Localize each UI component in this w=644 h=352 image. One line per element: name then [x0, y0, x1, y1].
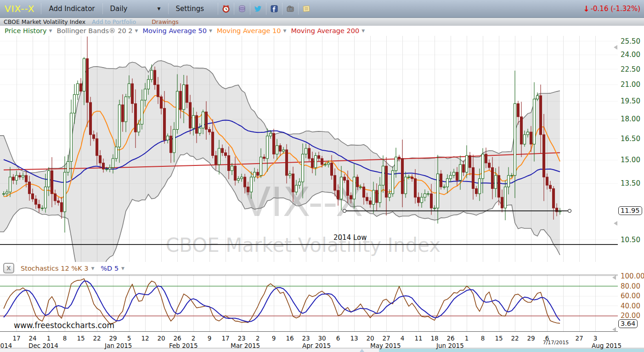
date-tick-label: 16	[286, 335, 294, 342]
indicator-label: Moving Average 10	[217, 27, 281, 34]
main-chart-canvas[interactable]: VIX--XCBOE Market Volatility Index	[0, 36, 618, 262]
chevron-down-icon: ▼	[91, 266, 94, 271]
camera-icon[interactable]	[282, 3, 298, 15]
date-tick-label: 1	[465, 335, 469, 342]
date-tick-label: 15	[77, 335, 85, 342]
indicator-item-3[interactable]: Moving Average 50▼	[142, 27, 212, 34]
indicator-item-4[interactable]: Moving Average 10▼	[217, 27, 287, 34]
chevron-down-icon: ▼	[158, 3, 161, 14]
stochastics-k-label: Stochastics 12 %K 3	[21, 265, 88, 272]
chevron-down-icon: ▼	[362, 28, 365, 33]
indicator-label: Bollinger Bands® 20 2	[57, 27, 133, 34]
watermark-name: CBOE Market Volatility Index	[166, 234, 441, 256]
price-change: ↓ -0.16 (-1.32%)	[583, 4, 640, 13]
date-tick-label: 17	[221, 335, 229, 342]
add-indicator-menu[interactable]: Add Indicator	[41, 3, 102, 14]
facebook-icon[interactable]	[266, 3, 282, 15]
price-axis-label: 19.50	[621, 97, 640, 105]
toolbar: VIX--X Add Indicator Daily ▼ Settings ↓ …	[0, 0, 644, 18]
month-label: Feb 2015	[169, 342, 198, 349]
date-tick-label: 24	[28, 335, 36, 342]
date-tick-label: 29	[527, 335, 535, 342]
notes-icon[interactable]	[298, 3, 314, 15]
stoch-axis-label: 20.00	[621, 312, 640, 320]
chevron-down-icon: ▼	[135, 28, 138, 33]
add-to-portfolio-link[interactable]: Add to Portfolio	[92, 18, 136, 25]
timeframe-dropdown[interactable]: Daily ▼	[102, 3, 168, 14]
indicator-label: Moving Average 200	[291, 27, 359, 34]
stoch-axis-label: 40.00	[621, 302, 640, 310]
price-axis-label: 22.50	[621, 65, 640, 74]
down-arrow-icon: ↓	[583, 4, 589, 13]
axis-arrow-icon[interactable]	[612, 275, 616, 280]
chevron-down-icon: ▼	[209, 28, 212, 33]
scrollbar-marker-icon	[360, 349, 364, 352]
date-tick-label: 26	[446, 335, 454, 342]
date-tick-label: 2	[192, 335, 196, 342]
indicator-bar: Price History▼Bollinger Bands® 20 2▼Movi…	[0, 26, 644, 36]
axis-arrow-icon[interactable]	[614, 221, 617, 226]
stochastics-d-setting[interactable]: %D 5 ▼	[101, 265, 124, 272]
month-label: Aug 2015	[592, 342, 621, 349]
stoch-axis-label: 80.00	[621, 282, 640, 290]
info-bar: CBOE Market Volatility Index Add to Port…	[0, 18, 644, 26]
date-tick-label: 15	[495, 335, 503, 342]
axis-arrow-icon[interactable]	[614, 45, 617, 50]
date-tick-label: 22	[511, 335, 519, 342]
chevron-down-icon: ▼	[49, 28, 52, 33]
indicator-item-1[interactable]: Price History▼	[5, 27, 52, 34]
price-axis-label: 15.00	[621, 156, 640, 164]
month-label: Jan 2015	[105, 342, 132, 349]
indicator-item-2[interactable]: Bollinger Bands® 20 2▼	[57, 27, 138, 34]
indicator-item-5[interactable]: Moving Average 200▼	[291, 27, 365, 34]
scrollbar-thumb[interactable]	[379, 349, 644, 352]
close-icon[interactable]: X	[3, 263, 14, 273]
last-date-label: 7/17/2015	[543, 340, 569, 346]
date-tick-label: 20	[157, 335, 165, 342]
date-tick-label: 4	[401, 335, 405, 342]
price-axis-label: 25.50	[621, 37, 640, 45]
date-tick-label: 17	[12, 335, 20, 342]
date-tick-label: 23	[302, 335, 310, 342]
alarm-icon[interactable]	[218, 3, 234, 15]
stochastics-header: X Stochastics 12 %K 3 ▼ %D 5 ▼	[0, 262, 644, 274]
price-axis-label: 16.50	[621, 135, 640, 143]
settings-menu[interactable]: Settings	[168, 3, 212, 14]
indicator-label: Price History	[5, 27, 47, 34]
date-tick-label: 9	[272, 335, 276, 342]
indicator-label: Moving Average 50	[142, 27, 207, 34]
date-tick-label: 1	[47, 335, 51, 342]
stoch-axis-label: 100.00	[621, 272, 644, 280]
chevron-down-icon: ▼	[121, 266, 124, 271]
timeframe-value: Daily	[110, 3, 128, 14]
month-label: 2014	[0, 342, 12, 349]
date-tick-label: 9	[208, 335, 212, 342]
axis-arrow-icon[interactable]	[612, 327, 616, 332]
date-tick-label: 8	[63, 335, 67, 342]
date-tick-label: 30	[318, 335, 326, 342]
month-label: May 2015	[370, 342, 401, 349]
date-tick-label: 11	[414, 335, 422, 342]
twitter-icon[interactable]	[250, 3, 266, 15]
stoch-value-marker: 3.64	[618, 319, 638, 328]
date-tick-label: 6	[336, 335, 340, 342]
price-axis-label: 21.00	[621, 80, 640, 89]
database-icon[interactable]	[234, 3, 250, 15]
stochastics-k-setting[interactable]: Stochastics 12 %K 3 ▼	[21, 265, 94, 272]
symbol-title[interactable]: VIX--X	[5, 3, 34, 14]
low-annotation-label: 2014 Low	[333, 233, 367, 242]
month-label: Dec 2014	[28, 342, 58, 349]
date-tick-label: 26	[173, 335, 181, 342]
date-tick-label: 22	[93, 335, 101, 342]
price-axis-label: 24.00	[621, 51, 640, 59]
date-tick-label: 23	[237, 335, 245, 342]
month-label: Apr 2015	[302, 342, 331, 349]
date-tick-label: 13	[350, 335, 358, 342]
date-tick-label: 18	[430, 335, 438, 342]
date-tick-label: 8	[481, 335, 485, 342]
drawings-link[interactable]: Drawings	[152, 18, 179, 25]
date-tick-label: 20	[366, 335, 374, 342]
price-axis-label: 13.50	[621, 179, 640, 187]
stochastics-d-label: %D 5	[101, 265, 119, 272]
chevron-down-icon: ▼	[283, 28, 287, 33]
